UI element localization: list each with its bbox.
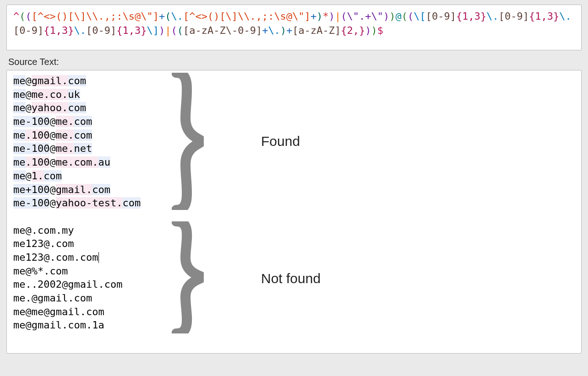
source-line-found: me-100@yahoo-test.com (13, 196, 575, 210)
source-line-notfound: me123@.com (13, 237, 575, 251)
regex-token: $ (377, 25, 383, 36)
regex-token: {1,3} (529, 11, 559, 22)
regex-token: [^<>()[\]\\.,;:\s@\"] (183, 11, 310, 22)
regex-token: \".+\" (347, 11, 383, 22)
regex-token: \[ (414, 11, 426, 22)
regex-token: + (159, 11, 165, 22)
regex-token: \. (559, 11, 572, 22)
regex-token: {1,3} (456, 11, 486, 22)
regex-token: ( (26, 11, 32, 22)
regex-token: ^ (13, 11, 19, 22)
regex-token: | (165, 25, 171, 36)
regex-token: ) (371, 25, 377, 36)
regex-token: [a-zA-Z] (292, 25, 341, 36)
regex-token: {1,3} (116, 25, 147, 36)
regex-token: [0-9] (86, 25, 116, 36)
source-line-found: me-100@me.com (13, 115, 575, 129)
regex-token: ( (177, 25, 183, 36)
source-line-found: me@gmail.com (13, 74, 575, 88)
source-line-found: me@yahoo.com (13, 101, 575, 115)
source-line-notfound: me@me@gmail.com (13, 305, 575, 319)
regex-token: ) (383, 11, 389, 22)
regex-token: \. (74, 25, 86, 36)
regex-token: \] (147, 25, 159, 36)
regex-token: [a-zA-Z\-0-9] (183, 25, 262, 36)
regex-token: \. (486, 11, 499, 22)
source-line-notfound: me123@.com.com (13, 251, 575, 264)
regex-token: ) (316, 11, 322, 22)
regex-token: [^<>()[\]\\.,;:\s@\"] (32, 11, 159, 22)
regex-token: [0-9] (426, 11, 456, 22)
regex-token: ) (365, 25, 371, 36)
source-text-input[interactable]: me@gmail.comme@me.co.ukme@yahoo.comme-10… (6, 70, 582, 354)
regex-token: \. (171, 11, 183, 22)
regex-token: ( (402, 11, 408, 22)
regex-token: ) (280, 25, 286, 36)
source-line-notfound: me@.com.my (13, 224, 575, 237)
regex-token: ) (329, 11, 335, 22)
source-line-notfound: me@gmail.com.1a (13, 318, 575, 332)
regex-token: ( (19, 11, 25, 22)
regex-token: {1,3} (44, 25, 74, 36)
regex-pattern-input[interactable]: ^(([^<>()[\]\\.,;:\s@\"]+(\.[^<>()[\]\\.… (6, 5, 582, 50)
text-cursor (98, 252, 99, 263)
regex-token: + (286, 25, 292, 36)
regex-token: [0-9] (13, 25, 44, 36)
found-annotation: Found (261, 132, 300, 151)
regex-token: \. (268, 25, 280, 36)
source-text-label: Source Text: (8, 57, 582, 67)
regex-token: ) (389, 11, 395, 22)
source-line-found: me@1.com (13, 169, 575, 183)
regex-token: + (262, 25, 268, 36)
source-line-notfound: me.@gmail.com (13, 291, 575, 305)
regex-token: ( (171, 25, 177, 36)
regex-token: + (310, 11, 316, 22)
regex-token: ( (165, 11, 171, 22)
regex-token: ( (341, 11, 347, 22)
regex-token: {2,} (341, 25, 365, 36)
source-line-found: me.100@me.com.au (13, 156, 575, 169)
regex-token: ( (408, 11, 414, 22)
regex-token: * (323, 11, 329, 22)
blank-line (13, 210, 575, 224)
regex-token: ) (159, 25, 165, 36)
notfound-annotation: Not found (261, 269, 321, 288)
regex-token: | (335, 11, 341, 22)
source-line-found: me+100@gmail.com (13, 183, 575, 197)
regex-token: [0-9] (499, 11, 529, 22)
source-line-found: me@me.co.uk (13, 88, 575, 102)
regex-token: @ (396, 11, 402, 22)
